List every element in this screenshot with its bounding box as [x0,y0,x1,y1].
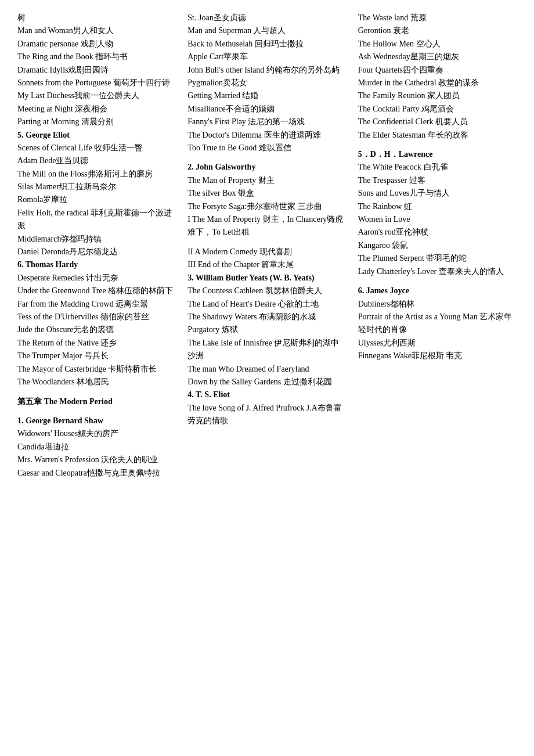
text-line: The Return of the Native 还乡 [17,337,176,350]
text-line: The Woodlanders 林地居民 [17,376,176,388]
text-line: The Countess Cathleen 凯瑟林伯爵夫人 [187,285,346,297]
text-line: 第五章 The Modern Period [17,395,176,408]
text-line: The man Who Dreamed of Faeryland [187,363,346,376]
text-line: The Mayor of Casterbridge 卡斯特桥市长 [17,363,176,376]
text-line: 6. Thomas Hardy [17,258,176,271]
text-line: 6. James Joyce [358,285,517,297]
text-line: The Land of Heart's Desire 心欲的土地 [187,298,346,311]
text-line [17,408,176,415]
text-line: Romola罗摩拉 [17,193,176,206]
text-line [17,388,176,395]
text-line: Getting Married 结婚 [187,89,346,102]
text-line: Murder in the Cathedral 教堂的谋杀 [358,77,517,89]
text-line: The Shadowy Waters 布满阴影的水城 [187,311,346,323]
text-line: Gerontion 衰老 [358,24,517,37]
text-line: Meeting at Night 深夜相会 [17,103,176,116]
text-line: Felix Holt, the radical 菲利克斯霍德一个激进派 [17,207,176,233]
text-line: The Plumed Serpent 带羽毛的蛇 [358,252,517,265]
text-line: 4. T. S. Eliot [187,388,346,401]
text-line: Mrs. Warren's Profession 沃伦夫人的职业 [17,453,176,466]
text-line [358,278,517,285]
text-line: Silas Marner织工拉斯马奈尔 [17,181,176,193]
text-line: 2. John Galsworthy [187,161,346,174]
text-line: The Trumper Major 号兵长 [17,350,176,362]
text-line: Candida堪迪拉 [17,441,176,453]
text-line: Desperate Remedies 计出无奈 [17,272,176,285]
text-line: Kangaroo 袋鼠 [358,239,517,252]
text-line: 5. George Eliot [17,129,176,142]
text-line: Aaron's rod亚伦神杖 [358,226,517,239]
text-line: Pygmalion卖花女 [187,77,346,89]
text-line: St. Joan圣女贞德 [187,12,346,24]
text-line: The Ring and the Book 指环与书 [17,51,176,63]
text-line: Four Quartets四个四重奏 [358,64,517,77]
text-line: Tess of the D'Urbervilles 德伯家的苔丝 [17,311,176,323]
text-line [187,154,346,161]
column-2: St. Joan圣女贞德Man and Superman 人与超人Back to… [187,12,346,480]
text-line: Apple Cart苹果车 [187,51,346,63]
text-line: Far from the Madding Crowd 远离尘嚣 [17,298,176,311]
text-line [358,142,517,148]
text-line: III End of the Chapter 篇章末尾 [187,258,346,271]
text-line [187,239,346,246]
text-line: Portrait of the Artist as a Young Man 艺术… [358,311,517,337]
main-content: 树Man and Woman男人和女人Dramatic personae 戏剧人… [17,12,517,480]
text-line: Widowers' Houses鳏夫的房产 [17,427,176,440]
text-line: Women in Love [358,213,517,226]
text-line: Sons and Loves儿子与情人 [358,187,517,200]
text-line: Daniel Deronda丹尼尔德龙达 [17,246,176,258]
text-line: John Bull's other Island 约翰布尔的另外岛屿 [187,64,346,77]
text-line: The Rainbow 虹 [358,200,517,213]
text-line: The Waste land 荒原 [358,12,517,24]
text-line: The Lake Isle of Innisfree 伊尼斯弗利的湖中沙洲 [187,337,346,363]
text-line: The Cocktail Party 鸡尾酒会 [358,103,517,116]
column-3: The Waste land 荒原Gerontion 衰老The Hollow … [358,12,517,480]
text-line: Caesar and Cleopatra恺撒与克里奥佩特拉 [17,467,176,480]
text-line: Man and Superman 人与超人 [187,24,346,37]
text-line: Fanny's First Play 法尼的第一场戏 [187,116,346,128]
text-line: The Elder Statesman 年长的政客 [358,129,517,142]
text-line: My Last Duchess我前一位公爵夫人 [17,89,176,102]
text-line: Dubliners都柏林 [358,298,517,311]
text-line: II A Modern Comedy 现代喜剧 [187,246,346,258]
text-line: Scenes of Clerical Life 牧师生活一瞥 [17,142,176,154]
text-line: Misalliance不合适的婚姻 [187,103,346,116]
text-line: The Trespasser 过客 [358,174,517,187]
text-line: The Family Reunion 家人团员 [358,89,517,102]
text-line: Sonnets from the Portuguese 葡萄牙十四行诗 [17,77,176,89]
column-1: 树Man and Woman男人和女人Dramatic personae 戏剧人… [17,12,176,480]
text-line: The Doctor's Dilemma 医生的进退两难 [187,129,346,142]
text-line: 5．D．H．Lawrence [358,148,517,161]
text-line: The Man of Property 财主 [187,174,346,187]
text-line: 树 [17,12,176,24]
text-line: Too True to Be Good 难以置信 [187,142,346,154]
text-line: Parting at Morning 清晨分别 [17,116,176,128]
text-line: The Forsyte Saga:弗尔塞特世家 三步曲 [187,200,346,213]
text-line: The Hollow Men 空心人 [358,38,517,51]
text-line: Purgatory 炼狱 [187,323,346,336]
text-line: Ulysses尤利西斯 [358,337,517,350]
text-line: 1. George Bernard Shaw [17,415,176,427]
text-line: The White Peacock 白孔雀 [358,161,517,174]
text-line: The love Song of J. Alfred Prufrock J.A布… [187,402,346,428]
text-line: Dramatic personae 戏剧人物 [17,38,176,51]
text-line: Finnegans Wake菲尼根斯 韦克 [358,350,517,362]
text-line: Middlemarch弥都玛持镇 [17,233,176,246]
text-line: Lady Chatterley's Lover 查泰来夫人的情人 [358,265,517,278]
text-line: Ash Wednesday星期三的烟灰 [358,51,517,63]
text-line: Under the Greenwood Tree 格林伍德的林荫下 [17,285,176,297]
text-line: The silver Box 银盒 [187,187,346,200]
text-line: 3. William Butler Yeats (W. B. Yeats) [187,272,346,285]
text-line: Jude the Obscure无名的裘德 [17,323,176,336]
text-line: Dramatic Idylls戏剧田园诗 [17,64,176,77]
text-line: The Mill on the Floss弗洛斯河上的磨房 [17,168,176,181]
text-line: Down by the Salley Gardens 走过撒利花园 [187,376,346,388]
text-line: Man and Woman男人和女人 [17,24,176,37]
text-line: Adam Bede亚当贝德 [17,154,176,167]
text-line: I The Man of Property 财主，In Chancery骑虎难下… [187,213,346,239]
text-line: Back to Methuselah 回归玛士撒拉 [187,38,346,51]
text-line: The Confidential Clerk 机要人员 [358,116,517,128]
